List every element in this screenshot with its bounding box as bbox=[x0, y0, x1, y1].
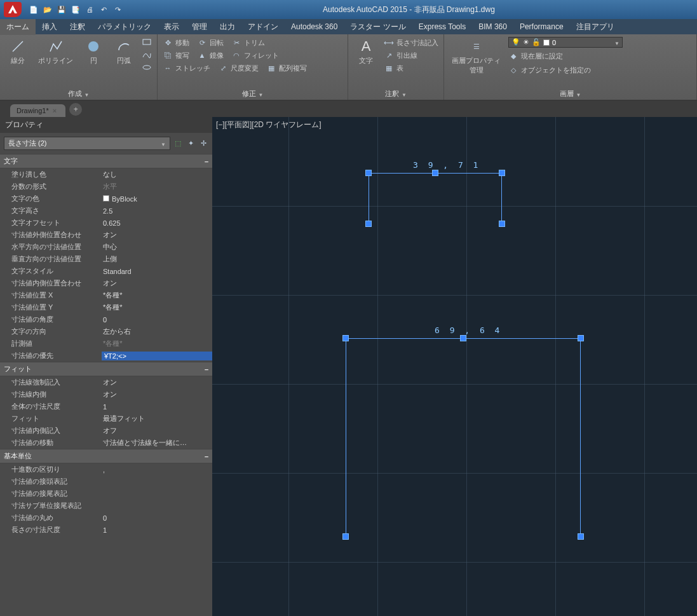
dimlinear-button[interactable]: ⟷長さ寸法記入 bbox=[384, 37, 438, 48]
dimension-large[interactable]: 6 9 , 6 4 bbox=[346, 332, 581, 537]
prop-row[interactable]: 寸法値の丸め0 bbox=[0, 512, 212, 524]
table-button[interactable]: ▦表 bbox=[384, 62, 438, 74]
ellipse-icon[interactable] bbox=[142, 62, 152, 72]
prop-value[interactable]: オン bbox=[102, 378, 212, 387]
prop-value[interactable]: オン bbox=[102, 390, 212, 399]
prop-value[interactable]: オフ bbox=[102, 426, 212, 435]
prop-value[interactable]: *各種* bbox=[102, 303, 212, 312]
undo-icon[interactable]: ↶ bbox=[98, 4, 109, 15]
prop-value[interactable]: 寸法値と寸法線を一緒に… bbox=[102, 438, 212, 448]
arc-button[interactable]: 円弧 bbox=[111, 37, 137, 67]
prop-row[interactable]: 寸法値の角度0 bbox=[0, 313, 212, 325]
expand-icon[interactable] bbox=[85, 90, 90, 98]
tab-home[interactable]: ホーム bbox=[0, 19, 36, 35]
expand-icon[interactable] bbox=[259, 90, 264, 98]
prop-value[interactable]: ¥T2;<> bbox=[102, 352, 212, 360]
prop-row[interactable]: 寸法値の接尾表記 bbox=[0, 488, 212, 500]
tab-featured[interactable]: 注目アプリ bbox=[570, 19, 621, 35]
selectobjects-icon[interactable]: ✢ bbox=[198, 139, 208, 149]
prop-value[interactable]: ByBlock bbox=[102, 195, 212, 203]
prop-row[interactable]: フィット最適フィット bbox=[0, 413, 212, 425]
prop-value[interactable]: 1 bbox=[102, 526, 212, 534]
close-tab-icon[interactable]: × bbox=[53, 107, 57, 114]
prop-row[interactable]: 文字オフセット0.625 bbox=[0, 217, 212, 229]
prop-section-units[interactable]: 基本単位– bbox=[0, 449, 212, 463]
app-logo[interactable] bbox=[4, 2, 22, 17]
prop-row[interactable]: 寸法値位置 X*各種* bbox=[0, 289, 212, 301]
rectangle-icon[interactable] bbox=[142, 37, 152, 47]
prop-value[interactable]: 0 bbox=[102, 316, 212, 324]
prop-value[interactable]: 最適フィット bbox=[102, 414, 212, 423]
mirror-button[interactable]: ▲鏡像 bbox=[197, 50, 224, 61]
prop-value[interactable]: 水平 bbox=[102, 182, 212, 191]
prop-row[interactable]: 文字の方向左から右 bbox=[0, 325, 212, 338]
scale-button[interactable]: ⤢尺度変更 bbox=[218, 62, 259, 74]
prop-row[interactable]: 寸法値内側記入オフ bbox=[0, 425, 212, 437]
viewport[interactable]: [−][平面図][2D ワイヤフレーム] 3 9 , 7 1 6 9 bbox=[212, 117, 697, 616]
prop-row[interactable]: 寸法値内側位置合わせオン bbox=[0, 277, 212, 289]
prop-row[interactable]: 寸法値の接頭表記 bbox=[0, 476, 212, 488]
prop-value[interactable]: Standard bbox=[102, 268, 212, 275]
prop-row[interactable]: 寸法値外側位置合わせオン bbox=[0, 229, 212, 241]
array-button[interactable]: ▦配列複写 bbox=[266, 62, 307, 74]
tab-manage[interactable]: 管理 bbox=[186, 19, 213, 35]
prop-value[interactable]: オン bbox=[102, 278, 212, 288]
leader-button[interactable]: ↗引出線 bbox=[384, 50, 438, 61]
file-tab[interactable]: Drawing1*× bbox=[10, 104, 65, 117]
prop-row[interactable]: 文字高さ2.5 bbox=[0, 205, 212, 217]
prop-section-text[interactable]: 文字– bbox=[0, 154, 212, 168]
prop-value[interactable]: , bbox=[102, 466, 212, 474]
open-icon[interactable]: 📂 bbox=[42, 4, 53, 15]
tab-view[interactable]: 表示 bbox=[158, 19, 186, 35]
prop-row[interactable]: 全体の寸法尺度1 bbox=[0, 400, 212, 413]
prop-value[interactable]: 中心 bbox=[102, 242, 212, 252]
prop-row[interactable]: 塗り潰し色なし bbox=[0, 168, 212, 181]
new-tab-button[interactable]: + bbox=[69, 103, 82, 116]
dimension-small[interactable]: 3 9 , 7 1 bbox=[369, 167, 502, 224]
stretch-button[interactable]: ↔ストレッチ bbox=[163, 62, 210, 74]
tab-raster[interactable]: ラスター ツール bbox=[344, 19, 412, 35]
prop-row[interactable]: 分数の形式水平 bbox=[0, 181, 212, 193]
pickadd-icon[interactable]: ✦ bbox=[186, 139, 196, 149]
rotate-button[interactable]: ⟳回転 bbox=[197, 37, 224, 48]
prop-row[interactable]: 文字スタイルStandard bbox=[0, 265, 212, 277]
polyline-button[interactable]: ポリライン bbox=[36, 37, 76, 67]
trim-button[interactable]: ✂トリム bbox=[231, 37, 265, 48]
prop-value[interactable]: 1 bbox=[102, 403, 212, 411]
text-button[interactable]: A文字 bbox=[353, 37, 379, 67]
prop-row[interactable]: 水平方向の寸法値位置中心 bbox=[0, 241, 212, 253]
prop-value[interactable]: 0.625 bbox=[102, 219, 212, 227]
match-layer-button[interactable]: ◇オブジェクトを指定の bbox=[508, 64, 623, 76]
prop-value[interactable]: 0 bbox=[102, 514, 212, 522]
tab-addins[interactable]: アドイン bbox=[241, 19, 285, 35]
save-icon[interactable]: 💾 bbox=[56, 4, 67, 15]
prop-value[interactable]: 左から右 bbox=[102, 327, 212, 336]
prop-row[interactable]: 文字の色ByBlock bbox=[0, 193, 212, 205]
tab-output[interactable]: 出力 bbox=[213, 19, 241, 35]
prop-row[interactable]: 計測値*各種* bbox=[0, 338, 212, 350]
prop-row[interactable]: 垂直方向の寸法値位置上側 bbox=[0, 253, 212, 265]
tab-annotate[interactable]: 注釈 bbox=[64, 19, 91, 35]
new-icon[interactable]: 📄 bbox=[28, 4, 39, 15]
redo-icon[interactable]: ↷ bbox=[112, 4, 123, 15]
tab-performance[interactable]: Performance bbox=[513, 20, 570, 34]
quickselect-icon[interactable]: ⬚ bbox=[173, 139, 183, 149]
prop-row[interactable]: 寸法線強制記入オン bbox=[0, 376, 212, 388]
prop-row[interactable]: 寸法線内側オン bbox=[0, 388, 212, 400]
make-current-button[interactable]: ◆現在層に設定 bbox=[508, 50, 623, 62]
prop-row[interactable]: 寸法値の移動寸法値と寸法線を一緒に… bbox=[0, 437, 212, 449]
prop-row[interactable]: 寸法サブ単位接尾表記 bbox=[0, 500, 212, 512]
prop-value[interactable]: *各種* bbox=[102, 339, 212, 348]
tab-insert[interactable]: 挿入 bbox=[36, 19, 64, 35]
layer-combo[interactable]: 💡 ☀ 🔓 0 bbox=[508, 37, 623, 48]
layer-properties-button[interactable]: ☰画層プロパティ 管理 bbox=[449, 37, 503, 76]
selection-combo[interactable]: 長さ寸法 (2) bbox=[4, 137, 170, 150]
copy-button[interactable]: ⿻複写 bbox=[163, 50, 189, 61]
tab-parametric[interactable]: パラメトリック bbox=[91, 19, 158, 35]
prop-row[interactable]: 寸法値の優先¥T2;<> bbox=[0, 350, 212, 362]
prop-value[interactable]: オン bbox=[102, 230, 212, 240]
prop-row[interactable]: 十進数の区切り, bbox=[0, 463, 212, 476]
viewport-label[interactable]: [−][平面図][2D ワイヤフレーム] bbox=[216, 120, 321, 130]
tab-express[interactable]: Express Tools bbox=[412, 20, 472, 34]
tab-a360[interactable]: Autodesk 360 bbox=[285, 20, 344, 34]
